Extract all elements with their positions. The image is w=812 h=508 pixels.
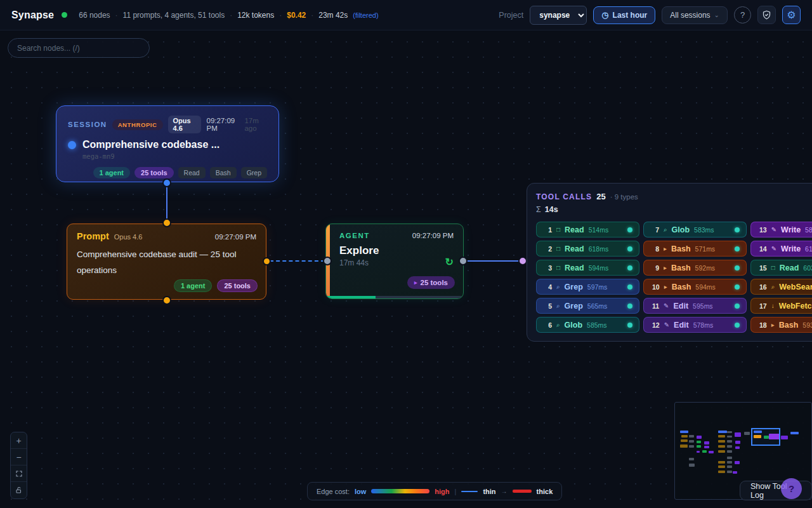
session-node[interactable]: SESSION ANTHROPIC Opus 4.6 09:27:09 PM 1… xyxy=(56,105,279,182)
tool-chip-9-bash[interactable]: 9▸Bash592ms xyxy=(643,260,747,276)
minimap-node xyxy=(680,431,688,433)
minimap-node xyxy=(709,451,714,453)
chip-number: 3 xyxy=(545,264,552,272)
agent-duration: 17m 44s xyxy=(339,258,454,267)
lock-toggle-button[interactable] xyxy=(11,482,27,498)
minimap-node xyxy=(781,436,788,439)
tool-chip-4-grep[interactable]: 4⌕Grep597ms xyxy=(536,279,639,295)
chip-number: 12 xyxy=(652,321,660,329)
minimap-node xyxy=(733,471,737,474)
chip-duration: 583ms xyxy=(694,226,714,234)
agent-tools-badge[interactable]: ▸ 25 tools xyxy=(407,276,455,289)
sessions-filter-button[interactable]: All sessions ⌄ xyxy=(662,6,728,24)
prompt-node[interactable]: Prompt Opus 4.6 09:27:09 PM Comprehensiv… xyxy=(67,224,266,300)
minimap-node xyxy=(718,440,725,443)
tool-chip-18-bash[interactable]: 18▸Bash593ms xyxy=(750,317,812,333)
time-range-button[interactable]: ◷ Last hour xyxy=(593,6,655,24)
legend-high: high xyxy=(435,488,449,495)
chip-duration: 603ms xyxy=(803,264,812,272)
tool-chip-14-write[interactable]: 14✎Write616ms xyxy=(750,241,812,257)
minimap-node xyxy=(718,465,725,468)
zoom-in-button[interactable]: + xyxy=(11,432,27,449)
session-tools-badge: 25 tools xyxy=(134,167,174,178)
chip-number: 5 xyxy=(545,302,552,310)
chip-number: 15 xyxy=(759,264,767,272)
chip-name: Bash xyxy=(671,244,691,253)
chip-number: 14 xyxy=(759,245,767,253)
chip-name: Read xyxy=(565,225,584,234)
chip-name: Read xyxy=(565,244,584,253)
tool-chip-13-write[interactable]: 13✎Write589ms xyxy=(750,222,812,237)
shield-check-button[interactable] xyxy=(757,6,776,24)
minimap-node xyxy=(704,441,709,444)
agent-progress-track xyxy=(326,296,463,298)
session-bottom-port[interactable] xyxy=(162,178,171,187)
tool-chip-5-grep[interactable]: 5⌕Grep565ms xyxy=(536,298,639,314)
tool-chip-1-read[interactable]: 1□Read514ms xyxy=(536,222,639,237)
settings-button[interactable]: ⚙ xyxy=(782,6,801,24)
tool-chip-10-bash[interactable]: 10▸Bash594ms xyxy=(643,279,747,295)
prompt-right-port[interactable] xyxy=(263,257,271,265)
tool-chip-7-glob[interactable]: 7⌕Glob583ms xyxy=(643,222,747,237)
tool-chip-3-read[interactable]: 3□Read594ms xyxy=(536,260,639,276)
chip-number: 7 xyxy=(652,226,659,234)
app-title: Synapse xyxy=(11,10,54,21)
minimap-node xyxy=(718,461,725,464)
tool-chip-8-bash[interactable]: 8▸Bash571ms xyxy=(643,241,747,257)
stat-duration: 23m 42s xyxy=(318,11,348,20)
prompt-bottom-port[interactable] xyxy=(162,296,171,305)
edge-prompt-agent xyxy=(270,260,325,262)
minimap-node xyxy=(704,446,709,448)
chip-number: 10 xyxy=(652,283,660,291)
fit-view-button[interactable] xyxy=(11,465,27,482)
minimap-node xyxy=(735,446,740,449)
minimap-node xyxy=(727,440,732,443)
chip-duration: 585ms xyxy=(587,321,607,329)
thick-edge-sample xyxy=(513,490,532,493)
filtered-indicator: (filtered) xyxy=(353,11,378,19)
prompt-agents-badge: 1 agent xyxy=(174,279,213,292)
edge-agent-toolpanel xyxy=(466,260,520,262)
legend-thin: thin xyxy=(483,488,495,495)
zoom-out-button[interactable]: − xyxy=(11,449,27,465)
chip-number: 13 xyxy=(759,226,767,234)
toolpanel-left-port[interactable] xyxy=(518,257,527,265)
tool-calls-panel[interactable]: TOOL CALLS 25 · 9 types Σ14s 1□Read514ms… xyxy=(527,183,812,342)
chip-duration: 618ms xyxy=(589,245,609,253)
sigma-icon: Σ xyxy=(536,205,541,214)
tool-chip-11-edit[interactable]: 11✎Edit595ms xyxy=(643,298,747,314)
minimap-viewport[interactable] xyxy=(751,428,780,446)
tool-chip-17-webfetch[interactable]: 17↓WebFetch596 xyxy=(750,298,812,314)
minimap-node xyxy=(718,431,727,433)
tool-chip-6-glob[interactable]: 6⌕Glob585ms xyxy=(536,317,639,333)
help-bubble-button[interactable]: ? xyxy=(781,478,802,499)
tool-chip-16-websearch[interactable]: 16⌕WebSearch6 xyxy=(750,279,812,295)
websearch-icon: ⌕ xyxy=(771,283,775,291)
prompt-top-port[interactable] xyxy=(162,218,171,227)
edit-icon: ✎ xyxy=(664,302,669,309)
write-icon: ✎ xyxy=(771,245,776,252)
session-agents-badge: 1 agent xyxy=(93,167,131,178)
cost-gradient-bar xyxy=(371,489,429,493)
chip-duration: 595ms xyxy=(693,302,713,310)
chip-number: 16 xyxy=(759,283,767,291)
glob-icon: ⌕ xyxy=(664,226,667,234)
session-kind-label: SESSION xyxy=(68,121,107,128)
tool-chip-2-read[interactable]: 2□Read618ms xyxy=(536,241,639,257)
chevron-down-icon: ⌄ xyxy=(714,11,719,18)
tool-chip-15-read[interactable]: 15□Read603ms xyxy=(750,260,812,276)
help-button[interactable]: ? xyxy=(734,6,751,23)
agent-kind-label: AGENT xyxy=(339,232,370,239)
agent-right-port[interactable] xyxy=(459,257,468,265)
prompt-kind-label: Prompt xyxy=(77,231,109,241)
minimap-node xyxy=(681,439,688,442)
status-dot xyxy=(735,265,740,271)
tool-panel-title: TOOL CALLS xyxy=(536,192,592,201)
agent-left-port[interactable] xyxy=(323,257,332,265)
glob-icon: ⌕ xyxy=(556,321,560,329)
tool-chip-12-edit[interactable]: 12✎Edit578ms xyxy=(643,317,747,333)
agent-node[interactable]: AGENT 09:27:09 PM Explore 17m 44s ↻ ▸ 25… xyxy=(325,224,464,299)
grep-icon: ⌕ xyxy=(556,283,560,291)
project-select[interactable]: synapse xyxy=(530,6,587,25)
search-input[interactable] xyxy=(8,38,150,58)
